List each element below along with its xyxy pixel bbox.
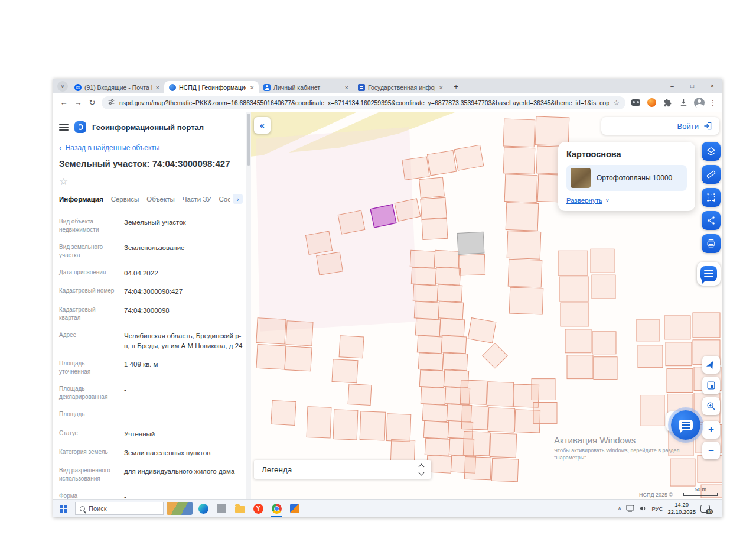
map-parcel[interactable]	[438, 301, 463, 319]
map-parcel[interactable]	[490, 433, 516, 458]
map-parcel[interactable]	[591, 249, 614, 273]
map-parcel[interactable]	[487, 382, 513, 406]
map-parcel[interactable]	[483, 343, 507, 368]
taskbar-app[interactable]	[287, 500, 302, 517]
map-parcel[interactable]	[670, 459, 695, 486]
map-parcel[interactable]	[667, 369, 693, 393]
taskbar-clock[interactable]: 14:20 22.10.2025	[667, 501, 696, 515]
taskbar-app-explorer[interactable]	[232, 500, 247, 517]
expand-link[interactable]: Развернуть ∨	[566, 197, 687, 204]
taskbar-app-edge[interactable]	[195, 500, 211, 517]
legend-bar[interactable]: Легенда	[254, 460, 431, 479]
map-parcel[interactable]	[422, 404, 447, 421]
sidebar-tab[interactable]: Сост	[219, 196, 230, 203]
map-parcel[interactable]	[415, 319, 440, 336]
map-parcel[interactable]	[698, 455, 722, 482]
map-parcel[interactable]	[592, 275, 615, 299]
extension-icon[interactable]	[646, 97, 657, 108]
address-bar[interactable]: nspd.gov.ru/map?thematic=PKK&zoom=16.686…	[102, 96, 625, 109]
map-parcel[interactable]	[422, 218, 448, 239]
taskbar-search[interactable]: Поиск	[75, 502, 164, 515]
menu-icon[interactable]	[59, 124, 69, 131]
map-parcel[interactable]	[410, 250, 435, 268]
close-button[interactable]: ×	[702, 79, 722, 93]
map-parcel[interactable]	[460, 380, 487, 404]
map-parcel[interactable]	[636, 320, 660, 341]
map-parcel[interactable]	[305, 231, 332, 254]
sidebar-tab[interactable]: Части ЗУ	[183, 196, 211, 203]
map-parcel[interactable]	[421, 387, 445, 405]
scrollbar-thumb[interactable]	[247, 114, 250, 166]
map-parcel[interactable]	[256, 345, 286, 369]
map-parcel[interactable]	[286, 321, 313, 346]
ruler-tool-button[interactable]	[702, 165, 721, 184]
map-parcel[interactable]	[491, 458, 518, 481]
bookmark-star-icon[interactable]: ☆	[613, 99, 620, 107]
map-parcel[interactable]	[641, 395, 664, 426]
downloads-icon[interactable]	[678, 97, 689, 108]
map-parcel[interactable]	[317, 252, 343, 275]
map-parcel[interactable]	[458, 255, 485, 275]
map-parcel[interactable]	[532, 379, 555, 400]
tab-close-icon[interactable]: ×	[249, 84, 254, 91]
map-parcel[interactable]	[435, 267, 460, 285]
map-parcel[interactable]	[414, 301, 439, 319]
map-parcel[interactable]	[507, 231, 541, 259]
map-parcel[interactable]	[339, 336, 364, 358]
profile-avatar[interactable]	[694, 98, 705, 108]
zoom-in-button[interactable]: +	[702, 421, 720, 439]
map-parcel[interactable]	[468, 318, 496, 343]
tab-close-icon[interactable]: ×	[344, 84, 348, 91]
browser-tab[interactable]: Личный кабинет×	[259, 81, 353, 93]
map-parcel[interactable]	[504, 174, 537, 203]
map-parcel[interactable]	[464, 456, 491, 479]
map-parcel[interactable]	[411, 267, 436, 285]
map-parcel[interactable]	[413, 284, 438, 302]
browser-tab[interactable]: (91) Входящие - Почта Mail×	[70, 81, 164, 93]
map-parcel[interactable]	[666, 342, 692, 366]
sidebar-tab[interactable]: Информация	[59, 196, 103, 203]
map-parcel[interactable]	[348, 384, 372, 406]
back-to-results-link[interactable]: ‹ Назад в найденные объекты	[59, 143, 243, 153]
share-button[interactable]	[702, 211, 721, 230]
map-parcel[interactable]	[638, 345, 663, 368]
tab-close-icon[interactable]: ×	[438, 84, 443, 91]
map-parcel[interactable]	[437, 284, 462, 302]
sidebar-tab[interactable]: Сервисы	[111, 196, 139, 203]
map-parcel[interactable]	[425, 438, 449, 456]
map-parcel[interactable]	[427, 151, 456, 176]
taskbar-app[interactable]	[214, 500, 229, 517]
notification-center-icon[interactable]: 10	[700, 505, 710, 513]
map-parcel[interactable]	[567, 355, 593, 379]
map-parcel[interactable]	[533, 403, 557, 424]
map-parcel[interactable]	[419, 370, 444, 388]
collapse-panel-button[interactable]: «	[254, 117, 271, 134]
back-button[interactable]: ←	[59, 98, 69, 107]
map-parcel[interactable]	[421, 197, 447, 219]
map-parcel[interactable]	[454, 145, 484, 170]
map-parcel[interactable]	[402, 157, 429, 180]
new-tab-button[interactable]: +	[450, 80, 462, 92]
assistant-button[interactable]	[697, 262, 721, 286]
layers-tool-button[interactable]	[702, 142, 721, 161]
map-parcel[interactable]	[360, 411, 386, 440]
minimize-button[interactable]: –	[662, 79, 682, 93]
map-parcel[interactable]	[442, 353, 467, 371]
map-parcel[interactable]	[418, 353, 443, 371]
gray-parcel[interactable]	[457, 232, 484, 254]
map-parcel[interactable]	[434, 250, 459, 268]
map-parcel[interactable]	[565, 329, 591, 353]
basemap-layer-row[interactable]: Ортофотопланы 10000	[566, 165, 687, 191]
map-parcel[interactable]	[503, 147, 535, 174]
start-button[interactable]	[54, 500, 72, 517]
volume-icon[interactable]	[639, 505, 647, 512]
map-canvas[interactable]: « Войти Картооснова Ортофотопланы 10000 …	[251, 112, 722, 499]
locate-button[interactable]	[702, 356, 720, 374]
print-button[interactable]	[702, 234, 721, 253]
extensions-puzzle-icon[interactable]	[662, 97, 673, 108]
reload-button[interactable]: ↻	[87, 98, 97, 107]
map-parcel[interactable]	[423, 421, 448, 439]
map-parcel[interactable]	[664, 316, 690, 339]
network-icon[interactable]	[626, 505, 634, 512]
map-parcel[interactable]	[461, 406, 488, 430]
